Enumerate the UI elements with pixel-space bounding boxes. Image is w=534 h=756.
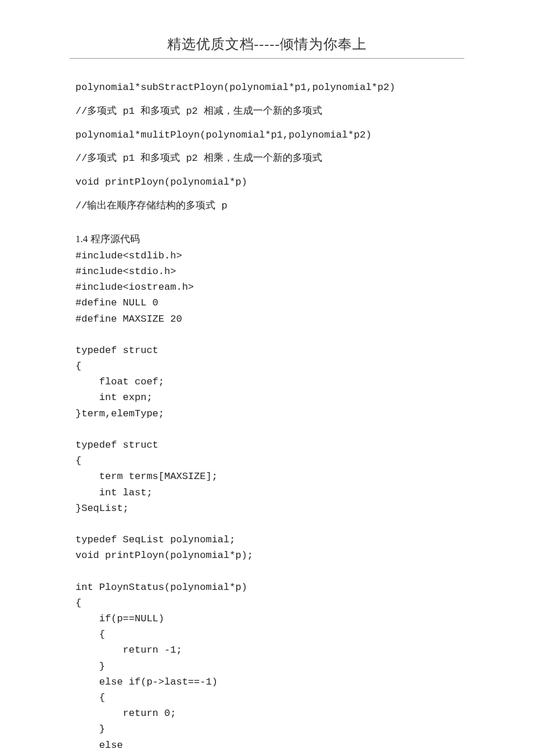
document-page: 精选优质文档-----倾情为你奉上 polynomial*subStractPl… (0, 0, 534, 756)
section-title: 1.4 程序源代码 (75, 232, 459, 246)
page-header: 精选优质文档-----倾情为你奉上 (70, 35, 464, 59)
content-area: polynomial*subStractPloyn(polynomial*p1,… (75, 76, 459, 753)
prototype-line: polynomial*mulitPloyn(polynomial*p1,poly… (75, 124, 459, 147)
prototype-line: //输出在顺序存储结构的多项式 p (75, 195, 459, 218)
prototype-line: polynomial*subStractPloyn(polynomial*p1,… (75, 76, 459, 100)
prototype-line: //多项式 p1 和多项式 p2 相乘，生成一个新的多项式 (75, 147, 459, 171)
prototype-line: //多项式 p1 和多项式 p2 相减，生成一个新的多项式 (75, 100, 459, 124)
source-code-block: #include<stdlib.h> #include<stdio.h> #in… (75, 248, 459, 753)
prototype-line: void printPloyn(polynomial*p) (75, 171, 459, 195)
